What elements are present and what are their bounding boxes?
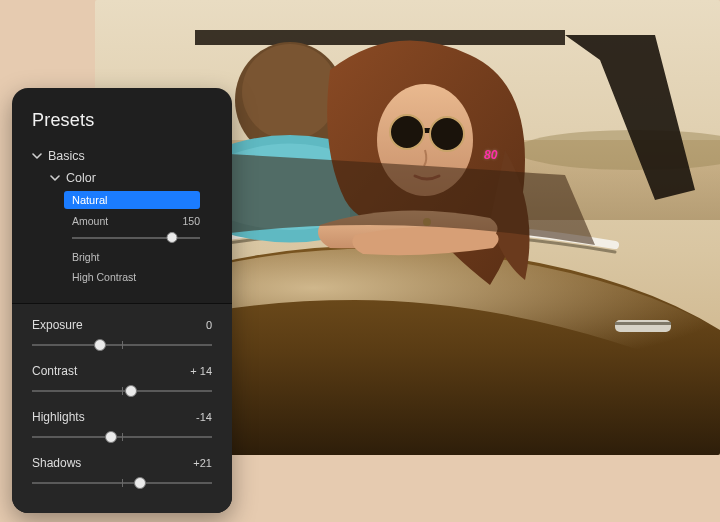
presets-group-basics[interactable]: Basics bbox=[32, 145, 212, 167]
contrast-label: Contrast bbox=[32, 364, 77, 378]
slider-center-tick bbox=[122, 479, 123, 487]
overlay-value-badge: 80 bbox=[484, 148, 497, 162]
chevron-down-icon bbox=[50, 173, 60, 183]
shadows-slider[interactable] bbox=[32, 476, 212, 490]
shadows-value: +21 bbox=[193, 457, 212, 469]
slider-thumb[interactable] bbox=[166, 232, 177, 243]
presets-title: Presets bbox=[32, 110, 212, 131]
preset-amount-row: Amount 150 bbox=[72, 215, 200, 227]
adjustment-exposure: Exposure 0 bbox=[32, 318, 212, 352]
presets-section: Presets Basics Color Natural Amount 150 bbox=[12, 88, 232, 295]
svg-point-6 bbox=[242, 44, 338, 140]
group-label: Basics bbox=[48, 149, 85, 163]
highlights-label: Highlights bbox=[32, 410, 85, 424]
preset-amount-slider[interactable] bbox=[72, 233, 200, 243]
exposure-slider[interactable] bbox=[32, 338, 212, 352]
amount-label: Amount bbox=[72, 215, 108, 227]
highlights-value: -14 bbox=[196, 411, 212, 423]
slider-center-tick bbox=[122, 433, 123, 441]
amount-value: 150 bbox=[182, 215, 200, 227]
contrast-slider[interactable] bbox=[32, 384, 212, 398]
slider-thumb[interactable] bbox=[94, 339, 106, 351]
slider-thumb[interactable] bbox=[105, 431, 117, 443]
adjustments-section: Exposure 0 Contrast + 14 bbox=[12, 304, 232, 513]
adjustment-shadows: Shadows +21 bbox=[32, 456, 212, 490]
preset-item-natural[interactable]: Natural bbox=[64, 191, 200, 209]
svg-rect-3 bbox=[615, 320, 671, 332]
slider-center-tick bbox=[122, 387, 123, 395]
presets-subgroup-color[interactable]: Color bbox=[32, 167, 212, 189]
svg-rect-4 bbox=[615, 322, 671, 325]
edit-panel: Presets Basics Color Natural Amount 150 bbox=[12, 88, 232, 513]
highlights-slider[interactable] bbox=[32, 430, 212, 444]
preset-item-bright[interactable]: Bright bbox=[72, 251, 212, 263]
preset-item-high-contrast[interactable]: High Contrast bbox=[72, 271, 212, 283]
subgroup-label: Color bbox=[66, 171, 96, 185]
slider-center-tick bbox=[122, 341, 123, 349]
adjustment-contrast: Contrast + 14 bbox=[32, 364, 212, 398]
adjustment-highlights: Highlights -14 bbox=[32, 410, 212, 444]
exposure-label: Exposure bbox=[32, 318, 83, 332]
slider-thumb[interactable] bbox=[125, 385, 137, 397]
slider-track bbox=[72, 237, 200, 239]
chevron-down-icon bbox=[32, 151, 42, 161]
shadows-label: Shadows bbox=[32, 456, 81, 470]
slider-thumb[interactable] bbox=[134, 477, 146, 489]
contrast-value: + 14 bbox=[190, 365, 212, 377]
app-stage: 80 Presets Basics Color Natural Amount 1… bbox=[0, 0, 720, 522]
exposure-value: 0 bbox=[206, 319, 212, 331]
